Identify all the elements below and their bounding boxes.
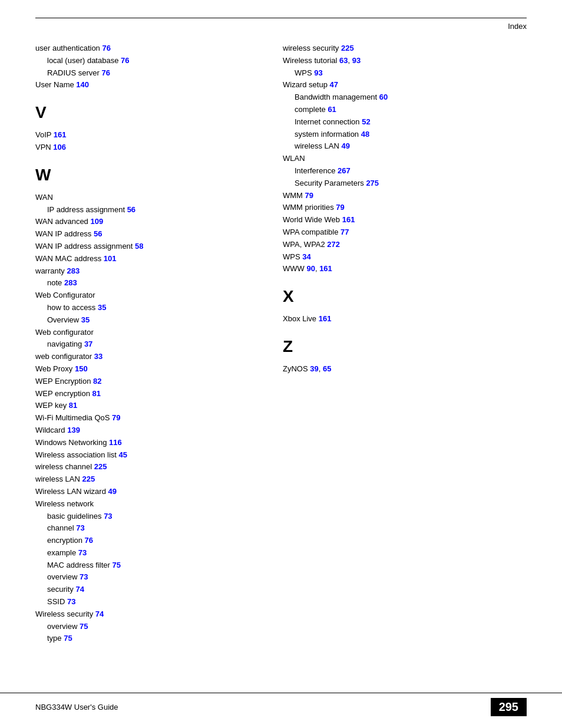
footer: NBG334W User's Guide 295 bbox=[0, 693, 562, 716]
page-link[interactable]: 161 bbox=[342, 215, 355, 224]
list-item: system information 48 bbox=[283, 129, 527, 141]
page-link[interactable]: 109 bbox=[90, 217, 103, 226]
page-link[interactable]: 73 bbox=[67, 597, 75, 606]
list-item: MAC address filter 75 bbox=[35, 559, 259, 572]
page-link[interactable]: 93 bbox=[314, 68, 322, 77]
page-link[interactable]: 75 bbox=[64, 634, 72, 643]
page-link[interactable]: 75 bbox=[113, 561, 121, 569]
section-letter-w: W bbox=[35, 166, 259, 185]
list-item: how to access 35 bbox=[35, 302, 259, 314]
page-link[interactable]: 275 bbox=[366, 179, 379, 187]
page-link[interactable]: 225 bbox=[94, 462, 107, 471]
page-link[interactable]: 161 bbox=[319, 264, 332, 273]
list-item: VPN 106 bbox=[35, 141, 259, 154]
list-item: Interference 267 bbox=[283, 165, 527, 177]
page-link[interactable]: 48 bbox=[361, 130, 369, 139]
page-link[interactable]: 81 bbox=[69, 401, 77, 410]
list-item: WWW 90, 161 bbox=[283, 263, 527, 275]
page-link[interactable]: 34 bbox=[302, 252, 310, 261]
list-item: WPS 34 bbox=[283, 251, 527, 263]
list-item: WAN bbox=[35, 192, 259, 204]
list-item: wireless security 225 bbox=[283, 42, 527, 55]
list-item: WLAN bbox=[283, 153, 527, 165]
list-item: WPA, WPA2 272 bbox=[283, 239, 527, 251]
footer-guide-title: NBG334W User's Guide bbox=[35, 703, 118, 711]
list-item: WAN advanced 109 bbox=[35, 216, 259, 228]
page-link[interactable]: 90 bbox=[306, 264, 315, 273]
page-link[interactable]: 140 bbox=[76, 80, 89, 89]
page-link[interactable]: 37 bbox=[84, 340, 92, 348]
page-link[interactable]: 81 bbox=[92, 389, 101, 398]
page-link[interactable]: 93 bbox=[352, 56, 361, 65]
list-item: WEP Encryption 82 bbox=[35, 375, 259, 388]
page-link[interactable]: 39 bbox=[310, 364, 318, 373]
page-link[interactable]: 161 bbox=[54, 130, 67, 139]
page-link[interactable]: 75 bbox=[80, 622, 88, 631]
page-link[interactable]: 65 bbox=[323, 364, 331, 373]
content-area: user authentication 76 local (user) data… bbox=[35, 42, 527, 645]
list-item: Wireless LAN wizard 49 bbox=[35, 486, 259, 498]
page-link[interactable]: 76 bbox=[102, 44, 110, 52]
page-link[interactable]: 139 bbox=[67, 426, 80, 434]
page-link[interactable]: 73 bbox=[78, 548, 87, 557]
page-link[interactable]: 283 bbox=[67, 266, 80, 275]
list-item: WMM priorities 79 bbox=[283, 202, 527, 214]
page-link[interactable]: 101 bbox=[104, 254, 117, 263]
list-item: World Wide Web 161 bbox=[283, 214, 527, 226]
page-link[interactable]: 76 bbox=[121, 56, 129, 65]
page-link[interactable]: 61 bbox=[328, 105, 336, 114]
footer-page-number: 295 bbox=[491, 698, 527, 716]
page-link[interactable]: 74 bbox=[95, 610, 104, 618]
list-item: Web Configurator bbox=[35, 289, 259, 302]
page-link[interactable]: 150 bbox=[75, 364, 88, 373]
page-link[interactable]: 73 bbox=[76, 523, 84, 532]
page-link[interactable]: 161 bbox=[319, 314, 332, 323]
list-item: Web Proxy 150 bbox=[35, 363, 259, 375]
page-link[interactable]: 58 bbox=[135, 242, 143, 251]
page-link[interactable]: 63 bbox=[339, 56, 348, 65]
page-link[interactable]: 49 bbox=[108, 487, 117, 496]
page-link[interactable]: 79 bbox=[336, 203, 344, 212]
page-link[interactable]: 283 bbox=[64, 278, 77, 287]
page-link[interactable]: 35 bbox=[98, 303, 106, 312]
page-link[interactable]: 60 bbox=[379, 93, 388, 101]
page-link[interactable]: 73 bbox=[104, 512, 112, 521]
page-link[interactable]: 106 bbox=[53, 143, 66, 151]
page-link[interactable]: 225 bbox=[341, 44, 354, 52]
list-item: wireless LAN 225 bbox=[35, 473, 259, 486]
page-link[interactable]: 49 bbox=[341, 141, 349, 150]
page-link[interactable]: 47 bbox=[329, 80, 338, 89]
list-item: overview 75 bbox=[35, 621, 259, 633]
page-link[interactable]: 52 bbox=[362, 117, 370, 126]
page-link[interactable]: 35 bbox=[81, 315, 90, 324]
page-link[interactable]: 82 bbox=[93, 377, 101, 386]
list-item: security 74 bbox=[35, 584, 259, 596]
left-column: user authentication 76 local (user) data… bbox=[35, 42, 259, 645]
page-link[interactable]: 272 bbox=[327, 240, 340, 249]
page-link[interactable]: 74 bbox=[75, 585, 84, 594]
page-link[interactable]: 116 bbox=[109, 438, 122, 447]
page-link[interactable]: 79 bbox=[305, 191, 313, 200]
page-link[interactable]: 56 bbox=[127, 205, 135, 214]
list-item: web configurator 33 bbox=[35, 351, 259, 363]
page-link[interactable]: 76 bbox=[101, 68, 110, 77]
page-link[interactable]: 225 bbox=[82, 475, 95, 483]
list-item: Xbox Live 161 bbox=[283, 313, 527, 325]
list-item: Web configurator bbox=[35, 327, 259, 339]
list-item: WAN IP address 56 bbox=[35, 228, 259, 241]
list-item: Wizard setup 47 bbox=[283, 79, 527, 91]
list-item: Wireless association list 45 bbox=[35, 449, 259, 462]
list-item: note 283 bbox=[35, 277, 259, 289]
page-link[interactable]: 76 bbox=[85, 536, 93, 545]
list-item: WEP key 81 bbox=[35, 400, 259, 412]
list-item: WMM 79 bbox=[283, 190, 527, 202]
list-item: example 73 bbox=[35, 547, 259, 559]
page-link[interactable]: 77 bbox=[340, 228, 349, 236]
page-link[interactable]: 56 bbox=[94, 229, 102, 238]
page-link[interactable]: 73 bbox=[80, 572, 88, 581]
page-link[interactable]: 79 bbox=[112, 413, 120, 422]
list-item: WPA compatible 77 bbox=[283, 226, 527, 239]
page-link[interactable]: 45 bbox=[119, 450, 127, 459]
page-link[interactable]: 33 bbox=[94, 352, 103, 361]
page-link[interactable]: 267 bbox=[338, 166, 351, 175]
